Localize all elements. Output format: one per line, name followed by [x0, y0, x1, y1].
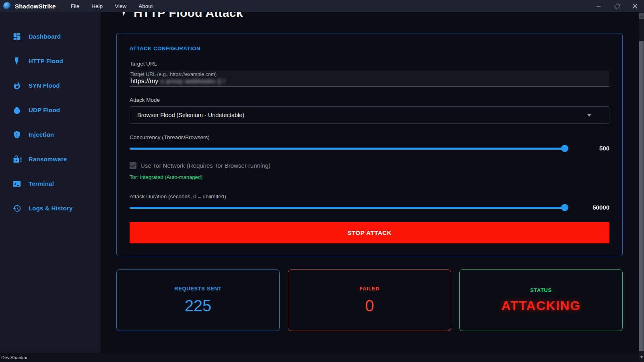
menu-about[interactable]: About — [132, 0, 159, 12]
attack-mode-selected-value: Browser Flood (Selenium - Undetectable) — [137, 112, 244, 118]
scroll-down-icon[interactable] — [639, 355, 644, 360]
attack-mode-label: Attack Mode — [130, 97, 160, 103]
duration-slider[interactable] — [130, 204, 565, 212]
status-card: STATUS ATTACKING — [459, 269, 623, 331]
stat-label: REQUESTS SENT — [174, 286, 222, 292]
sidebar-item-label: HTTP Flood — [29, 58, 63, 64]
statusbar-text: Dev.Shankar — [1, 355, 28, 360]
tor-checkbox-label: Use Tor Network (Requires Tor Browser ru… — [140, 162, 270, 169]
sidebar-item-label: Terminal — [29, 180, 54, 187]
sidebar-item-label: Dashboard — [29, 33, 61, 40]
stat-value: 0 — [365, 297, 374, 315]
sidebar-item-terminal[interactable]: Terminal — [0, 171, 101, 196]
target-url-input[interactable]: Target URL (e.g., https://example.com) h… — [130, 70, 609, 86]
shadowstrike-window: ShadowStrike File Help View About — [0, 0, 644, 362]
sidebar-item-label: Logs & History — [29, 205, 72, 212]
sidebar-item-ransomware[interactable]: Ransomware — [0, 147, 101, 171]
attack-mode-select[interactable]: Browser Flood (Selenium - Undetectable) — [130, 106, 609, 124]
sidebar: Dashboard HTTP Flood SYN Flood UDP Flood — [0, 12, 101, 353]
tor-checkbox[interactable] — [130, 162, 136, 169]
concurrency-slider[interactable] — [130, 144, 565, 152]
duration-label: Attack Duration (seconds, 0 = unlimited) — [130, 193, 226, 200]
duration-value: 50000 — [565, 204, 609, 211]
attack-configuration-panel: ATTACK CONFIGURATION Target URL Target U… — [116, 33, 623, 256]
menubar: File Help View About — [65, 0, 159, 12]
requests-sent-card: REQUESTS SENT 225 — [116, 269, 280, 331]
scrollbar-thumb[interactable] — [639, 41, 644, 351]
sidebar-item-udp-flood[interactable]: UDP Flood — [0, 98, 101, 122]
stat-value: 225 — [185, 297, 212, 315]
app-name: ShadowStrike — [15, 3, 56, 10]
sidebar-item-dashboard[interactable]: Dashboard — [0, 24, 101, 49]
sidebar-item-http-flood[interactable]: HTTP Flood — [0, 49, 101, 73]
stat-value: ATTACKING — [501, 298, 580, 313]
flame-icon — [12, 81, 22, 90]
main-content: HTTP Flood Attack ATTACK CONFIGURATION T… — [101, 12, 639, 353]
sidebar-item-syn-flood[interactable]: SYN Flood — [0, 73, 101, 98]
close-icon[interactable] — [626, 0, 644, 12]
history-icon — [12, 204, 22, 213]
app-logo-icon — [3, 2, 11, 10]
shield-alert-icon — [12, 130, 22, 140]
page-title: HTTP Flood Attack — [120, 12, 243, 26]
statusbar: Dev.Shankar — [0, 353, 644, 362]
stop-attack-button[interactable]: STOP ATTACK — [130, 222, 609, 243]
lightning-bolt-icon — [120, 12, 128, 20]
stat-label: FAILED — [359, 286, 380, 292]
lock-alert-icon — [12, 154, 22, 164]
scroll-up-icon[interactable] — [639, 13, 644, 19]
vertical-scrollbar[interactable] — [639, 12, 644, 362]
sidebar-item-label: Ransomware — [29, 156, 67, 162]
sidebar-item-label: UDP Flood — [29, 107, 60, 113]
titlebar: ShadowStrike File Help View About — [0, 0, 644, 12]
minimize-icon[interactable] — [590, 0, 608, 12]
lightning-bolt-icon — [12, 56, 22, 66]
target-url-value: https://my s proxy webhooks || / — [130, 78, 609, 85]
target-url-placeholder: Target URL (e.g., https://example.com) — [130, 72, 609, 77]
tor-status-text: Tor: Integrated (Auto-managed) — [130, 174, 202, 180]
sidebar-item-logs-history[interactable]: Logs & History — [0, 196, 101, 220]
failed-card: FAILED 0 — [288, 269, 451, 331]
chevron-down-icon — [587, 114, 591, 117]
slider-track — [130, 207, 565, 209]
concurrency-value: 500 — [565, 145, 609, 152]
menu-file[interactable]: File — [65, 0, 86, 12]
slider-track — [130, 148, 565, 150]
dashboard-grid-icon — [12, 32, 22, 41]
target-url-label: Target URL — [130, 61, 157, 67]
stats-row: REQUESTS SENT 225 FAILED 0 STATUS ATTACK… — [116, 269, 623, 331]
sidebar-item-injection[interactable]: Injection — [0, 122, 101, 147]
terminal-icon — [12, 179, 22, 189]
panel-heading: ATTACK CONFIGURATION — [130, 45, 200, 51]
stat-label: STATUS — [530, 287, 552, 293]
sidebar-item-label: SYN Flood — [29, 82, 60, 89]
tor-checkbox-row[interactable]: Use Tor Network (Requires Tor Browser ru… — [130, 162, 270, 169]
sidebar-item-label: Injection — [29, 131, 54, 138]
water-drop-icon — [12, 105, 22, 115]
redacted-url-segment: s proxy webhooks || / — [161, 78, 225, 84]
restore-icon[interactable] — [608, 0, 626, 12]
menu-view[interactable]: View — [109, 0, 132, 12]
menu-help[interactable]: Help — [85, 0, 109, 12]
window-controls — [590, 0, 644, 12]
concurrency-label: Concurrency (Threads/Browsers) — [130, 134, 210, 140]
